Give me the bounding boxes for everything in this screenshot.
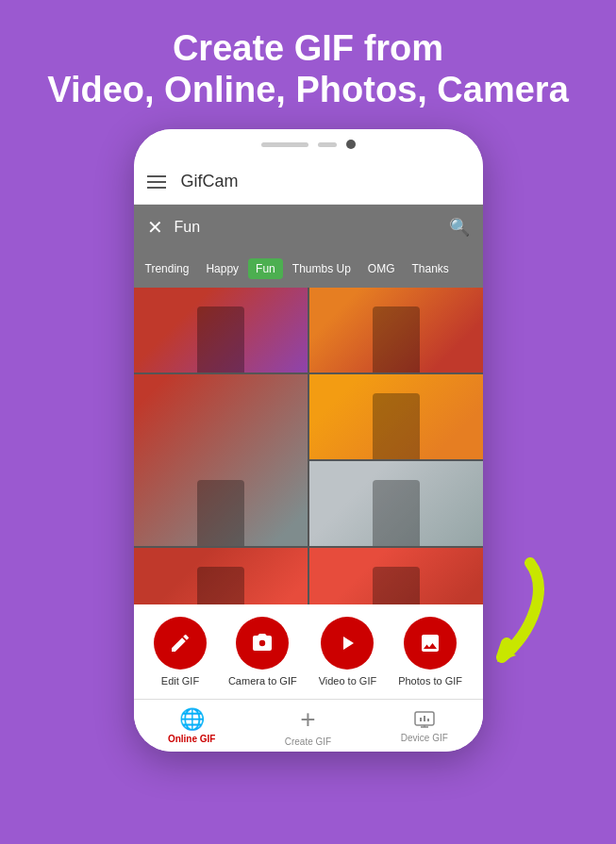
nav-create-gif[interactable]: + Create GIF bbox=[250, 704, 366, 747]
phone-screen: GifCam ✕ Fun 🔍 Trending Happy Fun Thumbs… bbox=[134, 129, 483, 752]
online-gif-icon: 🌐 bbox=[179, 707, 205, 732]
photos-to-gif-button[interactable]: Photos to GIF bbox=[398, 617, 462, 687]
tab-trending[interactable]: Trending bbox=[138, 258, 197, 279]
camera-to-gif-button[interactable]: Camera to GIF bbox=[228, 617, 297, 687]
phone-top-bar bbox=[134, 129, 483, 159]
create-gif-label: Create GIF bbox=[285, 736, 331, 747]
close-search-button[interactable]: ✕ bbox=[147, 216, 163, 239]
nav-device-gif[interactable]: Device GIF bbox=[366, 708, 482, 743]
phone-camera bbox=[346, 140, 356, 149]
photos-gif-icon bbox=[404, 617, 457, 670]
video-gif-icon bbox=[321, 617, 374, 670]
gif-figure bbox=[373, 393, 420, 459]
tab-happy[interactable]: Happy bbox=[198, 258, 246, 279]
create-gif-icon: + bbox=[300, 704, 315, 735]
gif-figure bbox=[373, 480, 420, 546]
tab-thanks[interactable]: Thanks bbox=[405, 258, 457, 279]
nav-online-gif[interactable]: 🌐 Online GIF bbox=[134, 707, 250, 744]
category-tabs: Trending Happy Fun Thumbs Up OMG Thanks bbox=[134, 250, 483, 288]
gif-figure bbox=[197, 567, 244, 604]
tab-fun[interactable]: Fun bbox=[248, 258, 283, 279]
gif-cell-3[interactable] bbox=[134, 374, 308, 546]
menu-icon[interactable] bbox=[147, 175, 166, 189]
gif-figure bbox=[197, 306, 244, 372]
video-to-gif-button[interactable]: Video to GIF bbox=[319, 617, 377, 687]
action-buttons: Edit GIF Camera to GIF Video to GIF bbox=[134, 604, 483, 699]
menu-line bbox=[147, 181, 166, 183]
tab-omg[interactable]: OMG bbox=[360, 258, 403, 279]
gif-cell-6[interactable] bbox=[134, 548, 308, 604]
menu-line bbox=[147, 187, 166, 189]
device-gif-icon bbox=[413, 708, 436, 731]
online-gif-label: Online GIF bbox=[168, 734, 216, 744]
tab-thumbsup[interactable]: Thumbs Up bbox=[285, 258, 358, 279]
gif-cell-1[interactable] bbox=[134, 288, 308, 372]
search-bar: ✕ Fun 🔍 bbox=[134, 205, 483, 250]
bottom-nav: 🌐 Online GIF + Create GIF Device GIF bbox=[134, 699, 483, 752]
play-icon-svg bbox=[336, 632, 358, 654]
edit-gif-label: Edit GIF bbox=[161, 675, 199, 687]
gif-figure bbox=[373, 567, 420, 604]
edit-icon-svg bbox=[169, 632, 191, 654]
edit-gif-button[interactable]: Edit GIF bbox=[154, 617, 207, 687]
device-gif-label: Device GIF bbox=[401, 733, 448, 743]
gif-figure bbox=[373, 306, 420, 372]
phone-mockup: GifCam ✕ Fun 🔍 Trending Happy Fun Thumbs… bbox=[134, 129, 483, 752]
camera-gif-icon bbox=[236, 617, 289, 670]
svg-point-0 bbox=[425, 638, 428, 641]
header-area: Create GIF from Video, Online, Photos, C… bbox=[28, 0, 588, 120]
gif-cell-5[interactable] bbox=[309, 461, 483, 546]
menu-line bbox=[147, 175, 166, 177]
app-title: GifCam bbox=[181, 172, 239, 191]
header-line2: Video, Online, Photos, Camera bbox=[47, 70, 569, 109]
search-query[interactable]: Fun bbox=[175, 219, 449, 236]
phone-button bbox=[318, 142, 337, 147]
gif-grid bbox=[134, 288, 483, 604]
video-gif-label: Video to GIF bbox=[319, 675, 377, 687]
gif-cell-2[interactable] bbox=[309, 288, 483, 372]
arrow-svg bbox=[455, 554, 549, 676]
app-bar: GifCam bbox=[134, 159, 483, 205]
camera-icon-svg bbox=[251, 632, 274, 654]
header-line1: Create GIF from bbox=[173, 28, 443, 68]
search-icon[interactable]: 🔍 bbox=[449, 217, 470, 238]
edit-gif-icon bbox=[154, 617, 207, 670]
photos-gif-label: Photos to GIF bbox=[398, 675, 462, 687]
photo-icon-svg bbox=[419, 632, 441, 654]
gif-cell-4[interactable] bbox=[309, 374, 483, 459]
arrow-decoration bbox=[455, 554, 549, 676]
gif-figure bbox=[197, 480, 244, 546]
phone-speaker bbox=[261, 142, 308, 147]
camera-gif-label: Camera to GIF bbox=[228, 675, 297, 687]
